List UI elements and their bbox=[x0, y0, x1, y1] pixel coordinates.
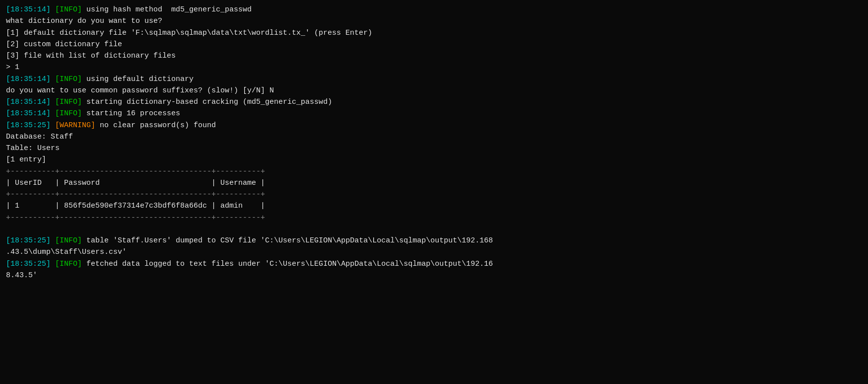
table-sep-bot: +----------+----------------------------… bbox=[6, 212, 862, 224]
line-7: do you want to use common password suffi… bbox=[6, 85, 862, 96]
line-6: [18:35:14] [INFO] using default dictiona… bbox=[6, 74, 862, 85]
terminal-window: [18:35:14] [INFO] using hash method md5_… bbox=[0, 0, 868, 384]
line-4: [2] custom dictionary file bbox=[6, 39, 862, 50]
line-fetch-1: [18:35:25] [INFO] fetched data logged to… bbox=[6, 258, 862, 270]
line-9: [18:35:14] [INFO] starting 16 processes bbox=[6, 108, 862, 119]
line-2: what dictionary do you want to use? bbox=[6, 15, 862, 27]
line-1: [18:35:14] [INFO] using hash method md5_… bbox=[6, 4, 862, 15]
line-8: [18:35:14] [INFO] starting dictionary-ba… bbox=[6, 96, 862, 108]
level-info-1: [INFO] bbox=[55, 5, 82, 14]
table-sep-mid: +----------+----------------------------… bbox=[6, 189, 862, 200]
line-input: > 1 bbox=[6, 62, 862, 73]
line-dump-1: [18:35:25] [INFO] table 'Staff.Users' du… bbox=[6, 235, 862, 246]
line-3: [1] default dictionary file 'F:\sqlmap\s… bbox=[6, 27, 862, 39]
line-fetch-2: 8.43.5' bbox=[6, 270, 862, 281]
line-db: Database: Staff bbox=[6, 131, 862, 143]
line-entry: [1 entry] bbox=[6, 154, 862, 165]
table-header-row: | UserID | Password | Username | bbox=[6, 177, 862, 189]
table-data-row: | 1 | 856f5de590ef37314e7c3bdf6f8a66dc |… bbox=[6, 200, 862, 212]
line-dump-2: .43.5\dump\Staff\Users.csv' bbox=[6, 246, 862, 258]
line-10: [18:35:25] [WARNING] no clear password(s… bbox=[6, 120, 862, 131]
table-sep-top: +----------+----------------------------… bbox=[6, 166, 862, 177]
line-5: [3] file with list of dictionary files bbox=[6, 50, 862, 62]
line-table: Table: Users bbox=[6, 143, 862, 154]
blank-line bbox=[6, 224, 862, 235]
timestamp-1: [18:35:14] bbox=[6, 5, 51, 14]
